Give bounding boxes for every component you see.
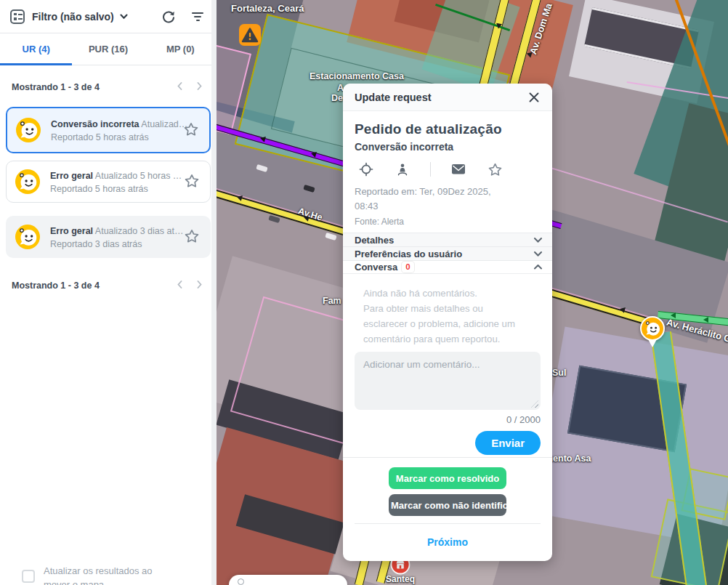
parking-label-line3: De [331,93,343,103]
no-comments-text: Ainda não há comentários. Para obter mai… [363,286,541,347]
envelope-icon [451,164,466,175]
next-page-button[interactable] [190,78,209,95]
chevron-right-icon [197,281,202,289]
showing-label: Mostrando 1 - 3 de 4 [12,82,170,92]
close-button[interactable] [526,89,542,105]
sidebar-scrollbar[interactable] [211,0,217,585]
prev-page-button[interactable] [170,78,190,95]
sidebar: Filtro (não salvo) UR (4) PUR (16) MP (0… [0,0,217,585]
message-button[interactable] [450,162,467,177]
char-counter: 0 / 2000 [355,414,541,425]
sul-label: Sul [552,368,566,378]
chevron-up-icon [534,265,542,270]
star-icon [184,173,200,189]
chevron-down-icon [534,238,542,243]
street-view-button[interactable] [394,161,411,178]
ur-list-item[interactable]: Erro geral Atualizado 3 dias at… Reporta… [6,216,211,258]
ur-item-updated: Atualizad… [139,119,188,129]
request-subtitle: Conversão incorreta [355,141,541,153]
next-page-button[interactable] [190,277,209,294]
comment-input[interactable] [355,352,541,410]
star-icon [184,228,200,244]
mark-resolved-button[interactable]: Marcar como resolvido [389,467,506,489]
ur-item-reported: Reportado 3 dias atrás [50,239,142,249]
update-request-pin[interactable] [640,316,665,347]
filter-options-button[interactable] [189,9,206,24]
star-icon [488,162,503,177]
next-request-button[interactable]: Próximo [421,530,474,554]
center-on-map-button[interactable] [357,161,375,178]
waze-face-icon [15,225,40,249]
favorite-button[interactable] [182,227,201,248]
tab-bar: UR (4) PUR (16) MP (0) [0,33,217,65]
ur-item-title: Erro geral [50,171,93,181]
filter-name-label[interactable]: Filtro (não salvo) [32,11,114,23]
reported-timestamp: Reportado em: Ter, 09Dez 2025, 08:43 [355,185,541,214]
crosshair-icon [359,162,373,177]
chevron-down-icon[interactable] [120,14,128,20]
footer-divider [355,523,541,524]
ur-item-title: Conversão incorreta [51,119,139,129]
waze-face-icon [16,118,41,142]
tab-pur[interactable]: PUR (16) [72,33,144,65]
ur-list-item[interactable]: Erro geral Atualizado 5 horas … Reportad… [6,161,211,203]
map-location-label: Fortaleza, Ceará [231,3,304,14]
favorite-button[interactable] [486,161,504,179]
conversation-label: Conversa [355,262,397,273]
update-request-panel: Update request Pedido de atualização Con… [343,84,552,561]
fam-label: Fam [323,296,341,306]
favorite-button[interactable] [182,172,201,193]
tab-mp[interactable]: MP (0) [145,33,217,65]
refresh-on-move-row: Atualizar os resultados ao mover o mapa [22,564,173,585]
section-conversation[interactable]: Conversa 0 [343,260,552,274]
pagination-top: Mostrando 1 - 3 de 4 [0,65,217,95]
car [325,233,336,241]
map-bottom-toolbar[interactable] [229,575,347,585]
road-arrow-icon [496,23,502,29]
warning-icon[interactable] [239,24,261,46]
person-pin-icon [395,162,410,177]
chevron-left-icon [177,281,182,289]
source-label: Fonte: Alerta [355,217,541,227]
favorite-button[interactable] [182,120,201,141]
waze-face-icon [15,169,40,194]
filter-toolbar: Filtro (não salvo) [0,0,217,33]
panel-header-title: Update request [355,92,526,103]
refresh-icon [161,9,176,24]
toolbar-circle-icon [238,578,244,585]
mark-not-identified-button[interactable]: Marcar como não identificado [389,494,506,516]
refresh-on-move-checkbox[interactable] [22,570,35,583]
icon-divider [430,162,431,177]
refresh-button[interactable] [158,7,179,27]
chevron-left-icon [177,82,182,90]
ur-item-updated: Atualizado 3 dias at… [93,226,183,236]
wme-app: Fortaleza, Ceará Estacionamento Casa A D… [0,0,728,585]
refresh-on-move-label: Atualizar os resultados ao mover o mapa [44,564,173,585]
conversation-count-badge: 0 [402,262,413,273]
road-arrow-icon [703,317,708,323]
send-comment-button[interactable]: Enviar [475,431,541,455]
ur-item-title: Erro geral [50,226,93,236]
request-title: Pedido de atualização [355,121,541,137]
prev-page-button[interactable] [170,277,190,294]
parking-label-line1: Estacionamento Casa [310,71,404,81]
ur-item-reported: Reportado 5 horas atrás [50,184,148,194]
panel-header[interactable]: Update request [343,84,552,111]
pagination-bottom: Mostrando 1 - 3 de 4 [0,258,217,294]
filter-preset-icon [10,9,25,24]
chevron-right-icon [197,82,202,90]
ur-list-item[interactable]: Conversão incorreta Atualizad… Reportado… [6,107,211,153]
waze-face-icon [640,316,665,341]
filter-lines-icon [192,12,203,21]
ur-item-updated: Atualizado 5 horas … [93,171,182,181]
ur-item-reported: Reportado 5 horas atrás [51,132,149,142]
section-details[interactable]: Detalhes [343,233,552,246]
close-icon [529,92,539,102]
showing-label: Mostrando 1 - 3 de 4 [12,281,170,291]
tab-ur[interactable]: UR (4) [0,33,72,65]
star-icon [183,121,199,137]
chevron-down-icon [534,251,542,257]
section-user-preferences[interactable]: Preferências do usuário [343,246,552,260]
